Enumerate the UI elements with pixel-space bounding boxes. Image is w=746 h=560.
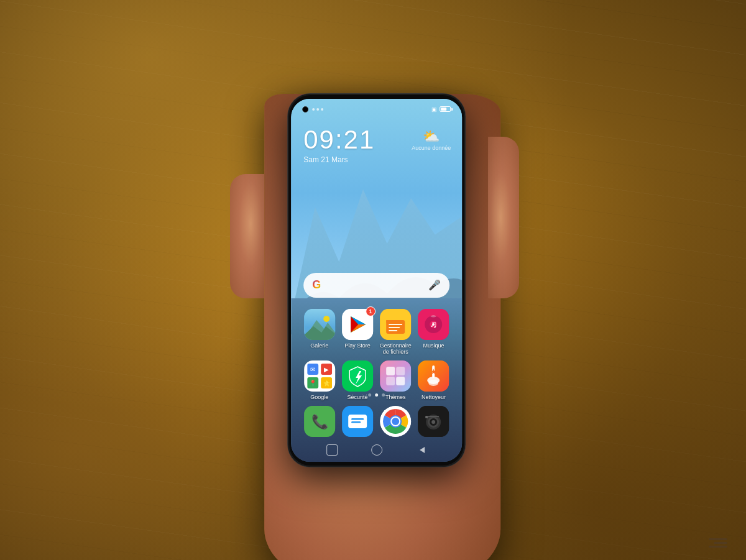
camera-hole — [302, 106, 308, 112]
dock-camera-icon — [418, 406, 449, 437]
svg-rect-55 — [428, 416, 440, 417]
svg-text:★: ★ — [430, 367, 437, 376]
gallery-icon-inner — [304, 309, 335, 340]
status-dots — [312, 108, 323, 111]
svg-rect-31 — [386, 367, 395, 375]
signal-dot-1 — [312, 108, 315, 111]
cleaner-icon: ★ — [418, 360, 449, 392]
dock-item-camera[interactable] — [418, 406, 449, 437]
dock-item-phone[interactable]: 📞 — [304, 406, 335, 437]
dock-phone-icon: 📞 — [304, 406, 335, 437]
wm-line-2 — [714, 542, 727, 544]
svg-rect-14 — [389, 330, 397, 331]
gallery-icon — [304, 309, 335, 340]
nav-home-icon[interactable] — [372, 444, 383, 456]
app-item-music[interactable]: ♫ Musique — [416, 309, 452, 356]
svg-rect-12 — [389, 324, 402, 325]
app-grid: Galerie 1 — [300, 309, 453, 406]
phone-screen: ▣ 09:21 Sam 21 Mars ⛅ Aucune donnée — [291, 99, 462, 462]
files-icon — [380, 309, 411, 340]
music-icon: ♫ — [418, 309, 449, 340]
svg-text:▶: ▶ — [324, 366, 329, 373]
wifi-icon: ▣ — [431, 106, 437, 112]
search-bar[interactable]: G 🎤 — [303, 273, 449, 298]
svg-text:♫: ♫ — [430, 319, 438, 329]
clock-time: 09:21 — [303, 127, 375, 153]
google-icon: ✉ ▶ 📍 ⭐ — [304, 360, 335, 392]
status-right: ▣ — [431, 106, 451, 112]
svg-point-54 — [432, 420, 436, 424]
svg-point-38 — [429, 380, 439, 386]
weather-label: Aucune donnée — [412, 145, 451, 151]
gallery-label: Galerie — [310, 342, 328, 349]
wm-line-1 — [709, 538, 727, 540]
app-item-playstore[interactable]: 1 Play Store — [339, 309, 375, 356]
google-g-logo: G — [312, 278, 321, 291]
svg-rect-30 — [380, 360, 411, 392]
thumb — [230, 174, 264, 298]
weather-icon: ⛅ — [412, 130, 451, 144]
battery-icon — [440, 106, 451, 112]
page-dot-3 — [382, 393, 385, 397]
dock: 📞 — [300, 406, 453, 437]
svg-rect-32 — [396, 367, 405, 375]
nav-back-icon[interactable] — [417, 445, 426, 455]
svg-rect-56 — [426, 416, 428, 418]
svg-rect-34 — [396, 377, 405, 385]
music-label: Musique — [423, 342, 444, 349]
app-row-1: Galerie 1 — [300, 309, 453, 356]
svg-point-49 — [392, 418, 399, 425]
page-dot-1 — [368, 393, 371, 397]
playstore-icon: 1 — [342, 309, 373, 340]
page-dot-2 — [375, 393, 378, 397]
signal-dot-2 — [316, 108, 319, 111]
svg-point-4 — [323, 316, 329, 322]
watermark-lines — [709, 538, 727, 548]
phone-wrapper: ▣ 09:21 Sam 21 Mars ⛅ Aucune donnée — [288, 94, 465, 467]
nav-bar — [291, 444, 462, 456]
battery-fill — [441, 108, 446, 111]
fingers-right — [488, 137, 519, 298]
phone-body: ▣ 09:21 Sam 21 Mars ⛅ Aucune donnée — [288, 94, 465, 467]
dock-chrome-icon — [380, 406, 411, 437]
clock-date: Sam 21 Mars — [303, 155, 375, 164]
app-item-files[interactable]: Gestionnaire de fichiers — [377, 309, 413, 356]
clock-area: 09:21 Sam 21 Mars — [303, 127, 375, 164]
svg-rect-33 — [386, 377, 395, 385]
watermark — [709, 538, 727, 548]
app-item-gallery[interactable]: Galerie — [302, 309, 338, 356]
page-dots — [291, 393, 462, 397]
signal-dot-3 — [321, 108, 323, 111]
svg-text:📞: 📞 — [311, 413, 328, 430]
nav-square-icon[interactable] — [326, 444, 338, 456]
weather-widget: ⛅ Aucune donnée — [412, 130, 451, 151]
svg-rect-13 — [389, 327, 400, 328]
svg-text:✉: ✉ — [310, 366, 315, 373]
themes-icon — [380, 360, 411, 392]
microphone-icon: 🎤 — [428, 279, 441, 291]
svg-marker-57 — [420, 447, 425, 453]
playstore-badge: 1 — [366, 306, 375, 316]
svg-text:⭐: ⭐ — [323, 380, 330, 387]
svg-rect-44 — [351, 418, 364, 420]
svg-text:📍: 📍 — [309, 379, 317, 387]
playstore-label: Play Store — [344, 342, 371, 349]
svg-rect-45 — [351, 421, 361, 423]
files-label: Gestionnaire de fichiers — [377, 342, 413, 356]
dock-messages-icon — [342, 406, 373, 437]
status-bar: ▣ — [291, 106, 462, 112]
security-icon — [342, 360, 373, 392]
status-left — [302, 106, 323, 112]
dock-item-messages[interactable] — [342, 406, 373, 437]
wm-line-3 — [709, 546, 727, 548]
dock-item-chrome[interactable] — [380, 406, 411, 437]
